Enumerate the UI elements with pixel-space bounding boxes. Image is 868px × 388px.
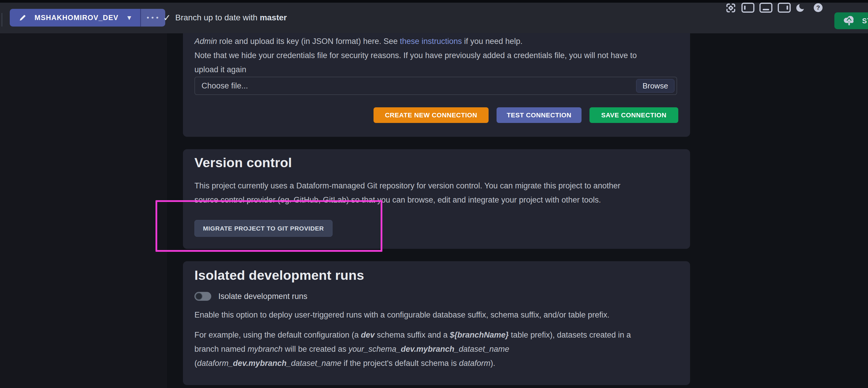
branch-status-text: Branch up to date with master [175, 13, 287, 23]
isolate-runs-toggle-row: Isolate development runs [194, 291, 307, 301]
start-button-label: START [862, 17, 868, 25]
save-connection-button[interactable]: SAVE CONNECTION [589, 107, 678, 123]
dark-mode-toggle-button[interactable] [795, 3, 805, 13]
browse-button[interactable]: Browse [636, 79, 675, 93]
toggle-knob [195, 293, 203, 300]
isolate-runs-toggle[interactable] [194, 292, 211, 301]
help-button[interactable]: ? [813, 3, 823, 13]
svg-text:?: ? [816, 4, 820, 11]
ellipsis-icon: ••• [146, 14, 160, 22]
branch-more-options-button[interactable]: ••• [141, 9, 165, 27]
test-connection-button[interactable]: TEST CONNECTION [497, 107, 581, 123]
fit-to-screen-button[interactable] [725, 3, 736, 13]
chevron-down-icon: ▼ [127, 15, 131, 21]
pane-divider [1, 13, 2, 27]
these-instructions-link[interactable]: these instructions [400, 37, 462, 46]
migrate-project-to-git-provider-button[interactable]: MIGRATE PROJECT TO GIT PROVIDER [194, 220, 333, 237]
toggle-right-panel-button[interactable] [778, 3, 791, 13]
branch-name-label: MSHAKHOMIROV_DEV [34, 13, 119, 22]
check-icon: ✓ [163, 12, 171, 23]
toggle-left-panel-button[interactable] [741, 3, 754, 13]
create-new-connection-button[interactable]: CREATE NEW CONNECTION [374, 107, 489, 123]
version-control-title: Version control [194, 155, 292, 170]
isolated-development-runs-card: Isolated development runs Isolate develo… [183, 261, 690, 385]
credentials-note-text: Note that we hide your credentials file … [194, 48, 679, 77]
cloud-upload-icon [842, 15, 856, 27]
toggle-bottom-panel-button[interactable] [760, 3, 772, 13]
start-execution-button[interactable]: START [834, 12, 868, 29]
credentials-file-input[interactable]: Choose file... Browse [194, 77, 677, 95]
pencil-icon [19, 13, 27, 22]
isolate-runs-toggle-label: Isolate development runs [218, 292, 307, 301]
connection-settings-card: Admin role and upload its key (in JSON f… [183, 33, 690, 137]
isolated-runs-description: Enable this option to deploy user-trigge… [194, 308, 679, 322]
branch-status: ✓ Branch up to date with master [163, 9, 287, 27]
version-control-card: Version control This project currently u… [183, 149, 690, 249]
topbar: MSHAKHOMIROV_DEV ▼ ••• ✓ Branch up to da… [0, 3, 868, 33]
file-input-placeholder: Choose file... [202, 82, 636, 91]
branch-button[interactable]: MSHAKHOMIROV_DEV ▼ [10, 9, 140, 27]
moon-icon [795, 3, 805, 13]
isolated-runs-example: For example, using the default configura… [194, 328, 679, 370]
window-top-strip [0, 0, 868, 3]
version-control-description: This project currently uses a Dataform-m… [194, 179, 679, 207]
branch-selector[interactable]: MSHAKHOMIROV_DEV ▼ ••• [10, 9, 165, 27]
connection-actions: CREATE NEW CONNECTION TEST CONNECTION SA… [194, 107, 678, 123]
question-icon: ? [813, 3, 823, 13]
panel-left-icon [741, 3, 754, 13]
credentials-intro-text: Admin role and upload its key (in JSON f… [194, 34, 679, 48]
panel-bottom-icon [760, 3, 772, 13]
isolated-runs-title: Isolated development runs [194, 268, 364, 283]
panel-right-icon [778, 3, 791, 13]
fit-to-screen-icon [725, 3, 736, 13]
